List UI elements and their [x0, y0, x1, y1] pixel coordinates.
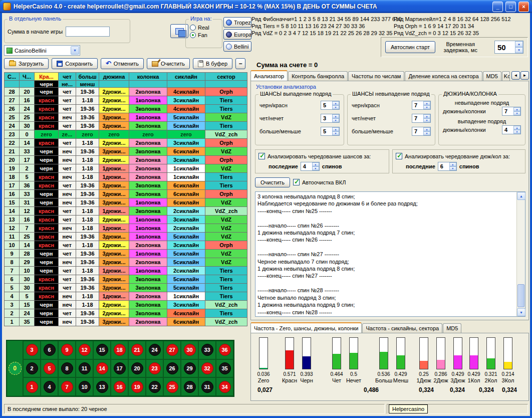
spin-row-14[interactable]: 1412краснчет1-181дюжи...3колонка2сиклайн…	[5, 207, 247, 216]
tab-scroll-left-icon[interactable]: ◄	[511, 71, 520, 80]
board-cell-12[interactable]: 12	[76, 341, 93, 359]
dozens-spins-stepper[interactable]: 6	[438, 162, 457, 171]
board-cell-35[interactable]: 35	[216, 359, 233, 378]
delay-stepper[interactable]: 50 ▲ ▼	[494, 41, 523, 54]
board-cell-6[interactable]: 6	[41, 341, 58, 359]
board-cell-5[interactable]: 5	[41, 359, 58, 378]
nonappear-black-red-stepper[interactable]: 7	[412, 101, 431, 110]
appear-even-odd-stepper[interactable]: 3	[321, 114, 340, 123]
tab-chart-md5[interactable]: MD5	[443, 323, 461, 333]
spin-up-icon[interactable]	[423, 127, 430, 131]
spin-row-4[interactable]: 45красннеч1-181дюжи...2колонка1сиклайнTi…	[5, 292, 247, 301]
delay-down-icon[interactable]: ▼	[515, 47, 523, 53]
board-cell-11[interactable]: 11	[76, 359, 93, 378]
board-cell-2[interactable]: 2	[23, 359, 41, 378]
spin-down-icon[interactable]	[332, 118, 339, 122]
board-cell-3[interactable]: 3	[23, 341, 41, 359]
spin-up-icon[interactable]	[513, 107, 520, 111]
nonappear-even-odd-stepper[interactable]: 7	[412, 114, 431, 123]
board-cell-13[interactable]: 13	[93, 377, 111, 396]
tab-wheel-sectors[interactable]: Деление колеса на сектора	[405, 71, 482, 81]
spin-row-9[interactable]: 928чернчет19-363дюжи...1колонка5сиклайнV…	[5, 250, 247, 258]
spin-up-icon[interactable]	[423, 114, 430, 118]
log-scrollbar[interactable]: ▲ ▼	[516, 192, 525, 316]
spin-row-15[interactable]: 1531черннеч19-363дюжи...1колонка6сиклайн…	[5, 198, 247, 207]
start-sum-input[interactable]	[66, 27, 110, 37]
board-cell-23[interactable]: 23	[146, 359, 163, 378]
spin-row-23[interactable]: 230zeroze...zerozerozerozeroVdZ_zch	[5, 130, 247, 139]
board-cell-7[interactable]: 7	[58, 377, 76, 396]
spin-up-icon[interactable]	[332, 101, 339, 105]
radio-real[interactable]: Real	[190, 25, 222, 31]
scroll-up-icon[interactable]: ▲	[517, 192, 525, 200]
board-number-zero[interactable]: 0	[9, 362, 22, 375]
tab-md5[interactable]: MD5	[483, 71, 501, 81]
board-cell-9[interactable]: 9	[58, 341, 76, 359]
board-cell-32[interactable]: 32	[198, 359, 216, 378]
spin-row-5[interactable]: 530краснчет19-363дюжи...3колонка5сиклайн…	[5, 284, 247, 292]
spin-row-26[interactable]: 2624краснчет19-362дюжи...3колонка4сиклай…	[5, 105, 247, 113]
spin-row-16[interactable]: 1633черннеч19-363дюжи...3колонка6сиклайн…	[5, 190, 247, 198]
analyzer-log[interactable]: 3 колонка невыпадала подряд 8 спин; Набл…	[255, 191, 525, 317]
spin-down-icon[interactable]	[332, 131, 339, 135]
tab-freq-sixlines-sectors[interactable]: Частота - сиклайны, сектора	[362, 323, 442, 333]
autospin-start-button[interactable]: Автоспин старт	[385, 41, 435, 53]
spin-row-2[interactable]: 224чернчет19-362дюжи...3колонка4сиклайнT…	[5, 309, 247, 318]
board-cell-14[interactable]: 14	[93, 359, 111, 378]
nonappear-more-less-stepper[interactable]: 7	[412, 127, 431, 136]
close-button[interactable]: ×	[518, 2, 529, 12]
spin-row-27[interactable]: 2716краснчет1-182дюжи...1колонка3сиклайн…	[5, 96, 247, 105]
spin-row-13[interactable]: 1316краснчет1-182дюжи...1колонка3сиклайн…	[5, 216, 247, 224]
board-cell-28[interactable]: 28	[181, 377, 198, 396]
spin-row-22[interactable]: 2214краснчет1-182дюжи...2колонка3сиклайн…	[5, 139, 247, 147]
collapse-button[interactable]: −	[235, 58, 245, 69]
board-cell-4[interactable]: 4	[41, 377, 58, 396]
load-button[interactable]: Загрузить	[4, 58, 49, 69]
scroll-down-icon[interactable]: ▼	[517, 308, 525, 316]
spin-down-icon[interactable]	[513, 130, 520, 134]
board-cell-34[interactable]: 34	[216, 377, 233, 396]
dozens-alternation-checkbox[interactable]	[396, 153, 402, 159]
dropdown-arrow-icon[interactable]: ▼	[71, 46, 79, 55]
autoclear-checkbox-row[interactable]: Автоочистка ВКЛ	[293, 179, 346, 185]
spin-up-icon[interactable]	[513, 126, 520, 130]
spin-down-icon[interactable]	[312, 166, 319, 170]
board-cell-8[interactable]: 8	[58, 359, 76, 378]
spin-row-11[interactable]: 1125красннеч19-363дюжи...1колонка5сиклай…	[5, 233, 247, 241]
spin-row-28[interactable]: 2820чернчет19-362дюжи...2колонка4сиклайн…	[5, 88, 247, 96]
clear-log-button[interactable]: Очистить	[255, 177, 290, 187]
radio-fan[interactable]: Fan	[190, 32, 222, 38]
spin-row-17[interactable]: 1736краснчет19-363дюжи...3колонка6сиклай…	[5, 181, 247, 190]
board-cell-19[interactable]: 19	[128, 377, 146, 396]
spin-row-24[interactable]: 2430краснчет19-363дюжи...3колонка5сиклай…	[5, 122, 247, 130]
tab-scroll-right-icon[interactable]: ►	[520, 71, 529, 80]
undo-button[interactable]: ↶ Отменить	[101, 58, 144, 69]
autoclear-checkbox[interactable]	[293, 179, 300, 185]
spin-row-3[interactable]: 315черннеч1-182дюжи...3колонка3сиклайнVd…	[5, 301, 247, 309]
spin-down-icon[interactable]	[513, 111, 520, 115]
spin-row-21[interactable]: 2133черннеч19-363дюжи...3колонка6сиклайн…	[5, 147, 247, 156]
board-cell-18[interactable]: 18	[111, 341, 128, 359]
title-bar[interactable]: HelperCasino 4.0 - create helperroullet@…	[0, 0, 532, 13]
clear-button[interactable]: Очистить	[147, 58, 190, 69]
chances-spins-stepper[interactable]: 4	[301, 162, 320, 171]
board-cell-27[interactable]: 27	[163, 341, 181, 359]
board-cell-20[interactable]: 20	[128, 359, 146, 378]
spin-up-icon[interactable]	[312, 162, 319, 166]
spin-row-19[interactable]: 192чернчет1-181дюжи...2колонка1сиклайнVd…	[5, 164, 247, 173]
board-cell-17[interactable]: 17	[111, 359, 128, 378]
board-cell-25[interactable]: 25	[163, 377, 181, 396]
board-cell-1[interactable]: 1	[23, 377, 41, 396]
board-cell-22[interactable]: 22	[146, 377, 163, 396]
spin-row-6[interactable]: 630краснчет19-363дюжи...3колонка5сиклайн…	[5, 275, 247, 284]
spin-down-icon[interactable]	[423, 105, 430, 109]
europa-button[interactable]: Europa	[223, 29, 251, 40]
board-cell-15[interactable]: 15	[93, 341, 111, 359]
spin-down-icon[interactable]	[449, 166, 456, 170]
spin-row-10[interactable]: 1014краснчет1-182дюжи...2колонка3сиклайн…	[5, 241, 247, 250]
board-cell-36[interactable]: 36	[216, 341, 233, 359]
spin-row-20[interactable]: 2017черннеч1-182дюжи...2колонка3сиклайнO…	[5, 156, 247, 164]
spin-up-icon[interactable]	[332, 127, 339, 131]
spin-up-icon[interactable]	[332, 114, 339, 118]
minimize-button[interactable]: _	[492, 2, 503, 12]
